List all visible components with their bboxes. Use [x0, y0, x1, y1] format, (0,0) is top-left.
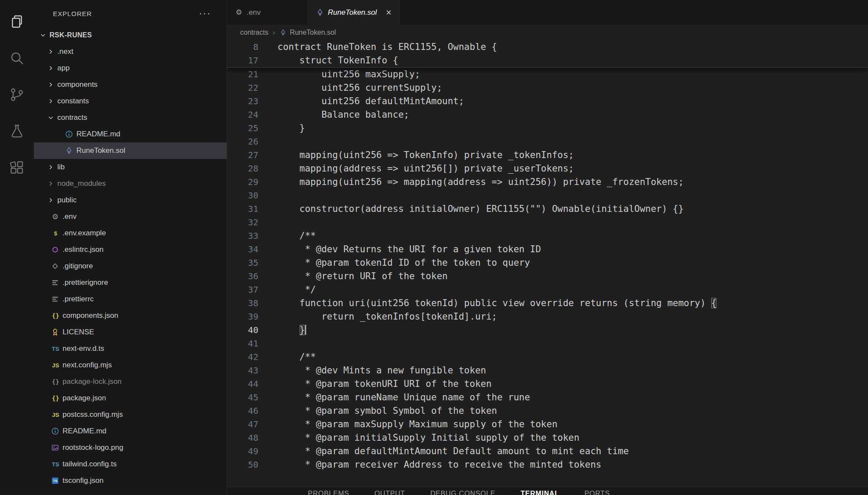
- more-actions-icon[interactable]: ···: [199, 9, 211, 18]
- line-number[interactable]: 39: [227, 310, 258, 323]
- code-line[interactable]: 25 }: [227, 122, 868, 135]
- code-line[interactable]: 46 * @param symbol Symbol of the token: [227, 404, 868, 418]
- line-number[interactable]: 21: [227, 68, 258, 81]
- sidebar-item--env-example[interactable]: $.env.example: [34, 225, 227, 241]
- code-line[interactable]: 29 mapping(uint256 => mapping(address =>…: [227, 175, 868, 189]
- line-number[interactable]: 38: [227, 297, 258, 310]
- line-number[interactable]: 50: [227, 458, 258, 472]
- code-line[interactable]: 27 mapping(uint256 => TokenInfo) private…: [227, 148, 868, 162]
- code-line[interactable]: 31 constructor(address initialOwner) ERC…: [227, 202, 868, 216]
- sidebar-item-package-lock-json[interactable]: {}package-lock.json: [34, 373, 227, 390]
- testing-icon[interactable]: [0, 113, 34, 149]
- line-number[interactable]: 46: [227, 404, 258, 418]
- breadcrumb-item[interactable]: contracts: [240, 29, 268, 36]
- code-line[interactable]: 41: [227, 337, 868, 350]
- code-line[interactable]: 49 * @param defaultMintAmount Default am…: [227, 445, 868, 458]
- explorer-icon[interactable]: [0, 3, 34, 40]
- line-number[interactable]: 27: [227, 148, 258, 162]
- panel-tab-debug-console[interactable]: DEBUG CONSOLE: [430, 487, 495, 495]
- sidebar-item-readme-md[interactable]: README.md: [34, 126, 227, 142]
- line-number[interactable]: 41: [227, 337, 258, 350]
- code-line[interactable]: 42 /**: [227, 350, 868, 364]
- sidebar-item-next-env-d-ts[interactable]: TSnext-env.d.ts: [34, 340, 227, 357]
- code-line[interactable]: 22 uint256 currentSupply;: [227, 81, 868, 95]
- panel-tab-output[interactable]: OUTPUT: [374, 487, 405, 495]
- line-number[interactable]: 48: [227, 431, 258, 445]
- panel-tab-problems[interactable]: PROBLEMS: [308, 487, 349, 495]
- sidebar-item--prettierignore[interactable]: .prettierignore: [34, 274, 227, 291]
- sidebar-item-postcss-config-mjs[interactable]: JSpostcss.config.mjs: [34, 406, 227, 423]
- line-number[interactable]: 26: [227, 135, 258, 148]
- code-line[interactable]: 34 * @dev Returns the URI for a given to…: [227, 243, 868, 256]
- code-line[interactable]: 47 * @param maxSupply Maximum supply of …: [227, 418, 868, 431]
- sidebar-item-lib[interactable]: lib: [34, 159, 227, 175]
- line-number[interactable]: 35: [227, 256, 258, 270]
- sidebar-item-root[interactable]: RSK-RUNES: [34, 27, 227, 43]
- source-control-icon[interactable]: [0, 76, 34, 113]
- breadcrumb-item[interactable]: RuneToken.sol: [280, 29, 336, 36]
- line-number[interactable]: 28: [227, 162, 258, 175]
- line-number[interactable]: 47: [227, 418, 258, 431]
- line-number[interactable]: 22: [227, 81, 258, 95]
- panel-tab-terminal[interactable]: TERMINAL: [521, 487, 559, 495]
- line-number[interactable]: 33: [227, 229, 258, 243]
- sidebar-item--gitignore[interactable]: .gitignore: [34, 258, 227, 274]
- extensions-icon[interactable]: [0, 149, 34, 186]
- sidebar-item-rootstock-logo-png[interactable]: rootstock-logo.png: [34, 439, 227, 456]
- line-number[interactable]: 42: [227, 350, 258, 364]
- line-number[interactable]: 23: [227, 95, 258, 108]
- code-line[interactable]: 33 /**: [227, 229, 868, 243]
- panel-tab-ports[interactable]: PORTS: [584, 487, 610, 495]
- tab-runetoken-sol[interactable]: RuneToken.sol×: [308, 0, 400, 25]
- code-line[interactable]: 30: [227, 189, 868, 202]
- line-number[interactable]: 30: [227, 189, 258, 202]
- line-number[interactable]: 32: [227, 216, 258, 229]
- line-number[interactable]: 43: [227, 364, 258, 377]
- sidebar-item--eslintrc-json[interactable]: .eslintrc.json: [34, 241, 227, 258]
- code-line[interactable]: 36 * @return URI of the token: [227, 270, 868, 283]
- sidebar-item-license[interactable]: LICENSE: [34, 324, 227, 340]
- sidebar-item-next-config-mjs[interactable]: JSnext.config.mjs: [34, 357, 227, 373]
- code-line[interactable]: 45 * @param runeName Unique name of the …: [227, 391, 868, 404]
- code-line[interactable]: 35 * @param tokenId ID of the token to q…: [227, 256, 868, 270]
- line-number[interactable]: 31: [227, 202, 258, 216]
- sidebar-item-node-modules[interactable]: node_modules: [34, 175, 227, 192]
- code-line[interactable]: 24 Balance balance;: [227, 108, 868, 122]
- sidebar-item--next[interactable]: .next: [34, 43, 227, 60]
- tab--env[interactable]: ⚙.env: [227, 0, 308, 25]
- line-number[interactable]: 34: [227, 243, 258, 256]
- code-line[interactable]: 21 uint256 maxSupply;: [227, 68, 868, 81]
- line-number[interactable]: 25: [227, 122, 258, 135]
- line-number[interactable]: 17: [227, 54, 258, 67]
- sidebar-item-components-json[interactable]: {}components.json: [34, 307, 227, 324]
- code-line[interactable]: 50 * @param receiver Address to receive …: [227, 458, 868, 472]
- line-number[interactable]: 37: [227, 283, 258, 297]
- code-line[interactable]: 37 */: [227, 283, 868, 297]
- line-number[interactable]: 40: [227, 323, 258, 337]
- code-line[interactable]: 39 return _tokenInfos[tokenId].uri;: [227, 310, 868, 323]
- sidebar-item-tailwind-config-ts[interactable]: TStailwind.config.ts: [34, 456, 227, 472]
- code-line[interactable]: 48 * @param initialSupply Initial supply…: [227, 431, 868, 445]
- code-line[interactable]: 8contract RuneToken is ERC1155, Ownable …: [227, 40, 868, 54]
- sidebar-item--env[interactable]: ⚙.env: [34, 208, 227, 225]
- line-number[interactable]: 49: [227, 445, 258, 458]
- code-line[interactable]: 28 mapping(address => uint256[]) private…: [227, 162, 868, 175]
- line-number[interactable]: 24: [227, 108, 258, 122]
- code-line[interactable]: 23 uint256 defaultMintAmount;: [227, 95, 868, 108]
- sidebar-item-public[interactable]: public: [34, 192, 227, 208]
- close-icon[interactable]: ×: [386, 8, 392, 17]
- sidebar-item-runetoken-sol[interactable]: RuneToken.sol: [34, 142, 227, 159]
- line-number[interactable]: 29: [227, 175, 258, 189]
- code-line[interactable]: 40 }: [227, 323, 868, 337]
- code-line[interactable]: 17 struct TokenInfo {: [227, 54, 868, 67]
- line-number[interactable]: 44: [227, 377, 258, 391]
- search-icon[interactable]: [0, 40, 34, 76]
- line-number[interactable]: 8: [227, 40, 258, 54]
- line-number[interactable]: 45: [227, 391, 258, 404]
- sidebar-item-readme-md[interactable]: README.md: [34, 423, 227, 439]
- code-line[interactable]: 43 * @dev Mints a new fungible token: [227, 364, 868, 377]
- sidebar-item-contracts[interactable]: contracts: [34, 109, 227, 126]
- line-number[interactable]: 36: [227, 270, 258, 283]
- sidebar-item-app[interactable]: app: [34, 60, 227, 76]
- code-line[interactable]: 44 * @param tokenURI URI of the token: [227, 377, 868, 391]
